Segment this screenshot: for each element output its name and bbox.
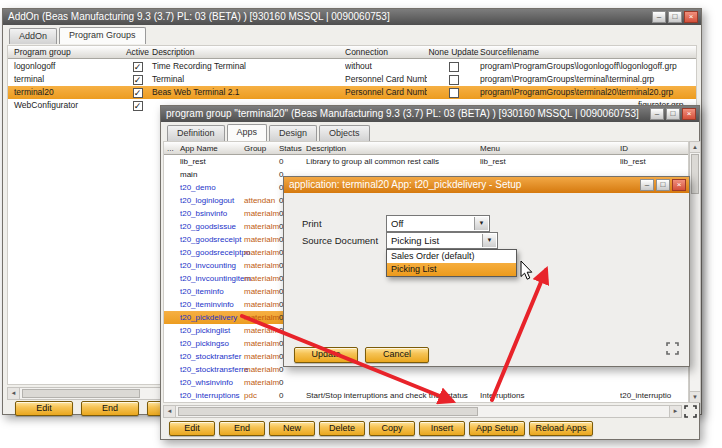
minimize-icon[interactable]: – xyxy=(640,179,654,191)
col-sourcefilename[interactable]: Sourcefilename xyxy=(480,46,696,58)
col-group[interactable]: Group xyxy=(244,142,276,154)
connection-cell: without xyxy=(345,60,427,73)
source-document-options: Sales Order (default) Picking List xyxy=(386,249,517,277)
option-picking-list[interactable]: Picking List xyxy=(387,263,516,276)
description-cell: Beas Web Terminal 2.1 xyxy=(152,86,345,99)
col-none-update[interactable]: None Update xyxy=(427,46,480,58)
col-description[interactable]: Description xyxy=(152,46,345,58)
chevron-down-icon[interactable]: ▼ xyxy=(474,217,488,230)
col-marker[interactable]: ... xyxy=(164,142,178,154)
copy-button[interactable]: Copy xyxy=(369,421,415,436)
none-update-checkbox[interactable] xyxy=(449,62,459,72)
app-row[interactable]: t20_interruptionspdc0Start/Stop interrup… xyxy=(164,389,688,402)
scroll-left-icon[interactable]: ◄ xyxy=(8,388,20,399)
none-update-cell xyxy=(427,60,480,73)
edit-button[interactable]: Edit xyxy=(169,421,215,436)
edit-button[interactable]: Edit xyxy=(15,401,73,416)
print-label: Print xyxy=(302,218,322,229)
table-row[interactable]: logonlogoff ✓ Time Recording Terminal wi… xyxy=(8,60,696,73)
tab-apps[interactable]: Apps xyxy=(227,124,268,141)
setup-titlebar[interactable]: application: terminal20 App: t20_pickdel… xyxy=(284,177,689,193)
connection-cell: Personnel Card Numbe xyxy=(345,86,427,99)
col-menu[interactable]: Menu xyxy=(480,142,620,154)
close-icon[interactable]: × xyxy=(684,11,698,23)
scrollbar-thumb[interactable] xyxy=(22,389,140,398)
tab-definition[interactable]: Definition xyxy=(167,125,225,141)
app-name: t20_goodsreceiptpo xyxy=(178,246,244,259)
col-connection[interactable]: Connection xyxy=(345,46,427,58)
sourcefilename-cell: program\ProgramGroups\terminal20\termina… xyxy=(480,86,696,99)
active-cell: ✓ xyxy=(123,60,152,73)
cancel-button[interactable]: Cancel xyxy=(365,347,429,363)
col-active[interactable]: Active xyxy=(123,46,152,58)
tab-design[interactable]: Design xyxy=(269,125,317,141)
col-status[interactable]: Status xyxy=(276,142,306,154)
resize-grip-icon[interactable] xyxy=(666,341,679,354)
main-window-title: AddOn (Beas Manufacturing 9.3 (3.7) PL: … xyxy=(8,11,390,22)
col-id[interactable]: ID xyxy=(620,142,688,154)
minimize-icon[interactable]: – xyxy=(652,11,666,23)
main-titlebar[interactable]: AddOn (Beas Manufacturing 9.3 (3.7) PL: … xyxy=(3,9,701,25)
none-update-checkbox[interactable] xyxy=(449,88,459,98)
active-checkbox[interactable]: ✓ xyxy=(133,101,143,111)
scroll-down-icon[interactable]: ▼ xyxy=(690,391,700,402)
table-header: Program group Active Description Connect… xyxy=(8,46,696,59)
horizontal-scrollbar[interactable]: ◄ ► xyxy=(163,405,682,418)
insert-button[interactable]: Insert xyxy=(419,421,465,436)
col-app-name[interactable]: App Name xyxy=(178,142,244,154)
tab-program-groups[interactable]: Program Groups xyxy=(59,27,146,44)
minimize-icon[interactable]: – xyxy=(650,108,664,120)
active-checkbox[interactable]: ✓ xyxy=(133,75,143,85)
scrollbar-thumb[interactable] xyxy=(178,407,478,416)
tab-addon[interactable]: AddOn xyxy=(9,28,57,44)
maximize-icon[interactable]: □ xyxy=(656,179,670,191)
chevron-down-icon[interactable]: ▼ xyxy=(482,234,496,247)
table-row-selected[interactable]: terminal20 ✓ Beas Web Terminal 2.1 Perso… xyxy=(8,86,696,99)
app-name: t20_pickdelivery xyxy=(178,311,244,324)
delete-button[interactable]: Delete xyxy=(319,421,365,436)
active-checkbox[interactable]: ✓ xyxy=(133,62,143,72)
maximize-icon[interactable]: □ xyxy=(668,11,682,23)
app-name: t20_pickinglist xyxy=(178,324,244,337)
col-description[interactable]: Description xyxy=(306,142,480,154)
program-group-cell: terminal20 xyxy=(8,86,123,99)
update-button[interactable]: Update xyxy=(294,347,358,363)
print-dropdown[interactable]: Off ▼ xyxy=(386,215,490,232)
print-value: Off xyxy=(391,218,404,229)
app-name: t20_loginlogout xyxy=(178,194,244,207)
sourcefilename-cell: program\ProgramGroups\terminal\terminal.… xyxy=(480,73,696,86)
source-document-dropdown[interactable]: Picking List ▼ xyxy=(386,232,498,249)
app-name: t20_stocktransfer xyxy=(178,350,244,363)
group-titlebar[interactable]: program group "terminal20" (Beas Manufac… xyxy=(161,106,699,122)
app-row[interactable]: lib_rest0Library to group all common res… xyxy=(164,155,688,168)
app-setup-button[interactable]: App Setup xyxy=(469,421,525,436)
tab-objects[interactable]: Objects xyxy=(319,125,370,141)
active-cell: ✓ xyxy=(123,99,152,112)
app-name: t20_bsinvinfo xyxy=(178,207,244,220)
table-row[interactable]: terminal ✓ Terminal Personnel Card Numbe… xyxy=(8,73,696,86)
reload-apps-button[interactable]: Reload Apps xyxy=(529,421,593,436)
app-row[interactable]: t20_whsinvinfomaterialm0 xyxy=(164,376,688,389)
close-icon[interactable]: × xyxy=(672,179,686,191)
scroll-left-icon[interactable]: ◄ xyxy=(164,406,176,417)
end-button[interactable]: End xyxy=(81,401,139,416)
scroll-right-icon[interactable]: ► xyxy=(669,406,681,417)
app-name: t20_iteminfo xyxy=(178,285,244,298)
new-button[interactable]: New xyxy=(269,421,315,436)
table-header: ... App Name Group Status Description Me… xyxy=(164,142,688,155)
app-name: t20_iteminvinfo xyxy=(178,298,244,311)
maximize-icon[interactable]: □ xyxy=(666,108,680,120)
scrollbar-thumb[interactable] xyxy=(691,154,699,194)
program-group-cell: logonlogoff xyxy=(8,60,123,73)
end-button[interactable]: End xyxy=(219,421,265,436)
active-checkbox[interactable]: ✓ xyxy=(133,88,143,98)
none-update-checkbox[interactable] xyxy=(449,75,459,85)
close-icon[interactable]: × xyxy=(682,108,696,120)
app-name: t20_goodsissue xyxy=(178,220,244,233)
col-program-group[interactable]: Program group xyxy=(8,46,123,58)
resize-grip-icon[interactable] xyxy=(684,404,697,417)
scroll-up-icon[interactable]: ▲ xyxy=(690,142,700,153)
option-sales-order[interactable]: Sales Order (default) xyxy=(387,250,516,263)
description-cell: Terminal xyxy=(152,73,345,86)
vertical-scrollbar[interactable]: ▲ ▼ xyxy=(689,141,701,403)
